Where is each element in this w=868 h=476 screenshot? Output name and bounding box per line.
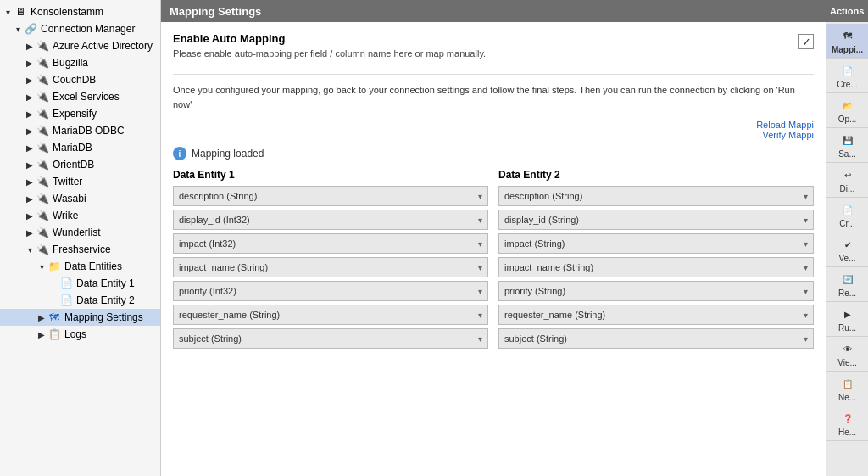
sidebar-item-wasabi[interactable]: ▶ 🔌 Wasabi [0,190,160,207]
action-label: Cr... [839,219,854,228]
sidebar-item-logs[interactable]: ▶ 📋 Logs [0,326,160,343]
field-select-entity1-4[interactable]: priority (Int32)▾ [173,281,488,301]
save-icon: 💾 [839,132,856,148]
action-item-open[interactable]: 📂Op... [826,93,868,128]
sidebar-item-excel[interactable]: ▶ 🔌 Excel Services [0,88,160,105]
action-label: Sa... [838,149,856,159]
sidebar-item-wunderlist[interactable]: ▶ 🔌 Wunderlist [0,224,160,241]
sidebar-item-orientdb[interactable]: ▶ 🔌 OrientDB [0,156,160,173]
map-icon: 🗺 [47,311,61,324]
sidebar-item-mapping-settings[interactable]: ▶ 🗺 Mapping Settings [0,309,160,326]
auto-mapping-section: Enable Auto Mapping Please enable auto-m… [173,32,814,64]
fields-col1: description (String)▾display_id (Int32)▾… [173,186,488,349]
action-label: Mappi... [832,45,863,54]
expander-icon: ▶ [24,76,36,85]
action-item-run[interactable]: ▶Ru... [826,302,868,337]
field-select-entity2-5[interactable]: requester_name (String)▾ [498,305,814,325]
expander-icon: ▾ [36,262,47,272]
sidebar-label: Freshservice [53,244,111,255]
chevron-down-icon: ▾ [478,311,482,320]
field-select-entity2-0[interactable]: description (String)▾ [498,186,814,206]
sidebar-item-data-entity-1[interactable]: ▶ 📄 Data Entity 1 [0,275,160,292]
title-bar: Mapping Settings [161,0,826,22]
sidebar-item-azure[interactable]: ▶ 🔌 Azure Active Directory [0,37,160,54]
chevron-down-icon: ▾ [804,216,808,225]
sidebar-label: CouchDB [53,74,96,86]
sidebar-item-twitter[interactable]: ▶ 🔌 Twitter [0,173,160,190]
sidebar-label: Data Entity 1 [76,277,135,289]
sidebar-item-connection-manager[interactable]: ▾ 🔗 Connection Manager [0,20,160,37]
fields-col2: description (String)▾display_id (String)… [498,186,814,349]
auto-mapping-header: Enable Auto Mapping [173,32,798,45]
field-select-entity2-1[interactable]: display_id (String)▾ [498,210,814,230]
action-label: Re... [838,288,856,298]
sidebar-item-bugzilla[interactable]: ▶ 🔌 Bugzilla [0,54,160,71]
field-row: requester_name (String)▾ [498,305,814,325]
action-item-save[interactable]: 💾Sa... [826,128,868,163]
field-select-entity1-0[interactable]: description (String)▾ [173,186,488,206]
chevron-down-icon: ▾ [478,239,482,249]
mapping-loaded-row: i Mapping loaded [173,147,814,160]
expander-icon: ▶ [24,126,36,136]
auto-mapping-checkbox[interactable]: ✓ [798,34,814,49]
action-item-new[interactable]: 📋Ne... [826,372,868,406]
field-select-entity1-3[interactable]: impact_name (String)▾ [173,257,488,277]
field-row: impact_name (String)▾ [498,257,814,277]
auto-mapping-description: Please enable auto-mapping per field / c… [173,48,798,59]
mapping-loaded-label: Mapping loaded [192,148,264,160]
action-item-verify[interactable]: ✔Ve... [826,232,868,267]
action-label: Ve... [838,254,855,263]
field-select-entity1-2[interactable]: impact (Int32)▾ [173,233,488,254]
expander-icon: ▾ [24,245,36,255]
action-label: Di... [840,184,855,193]
plugin-icon: 🔌 [36,107,49,120]
sidebar: ▾ 🖥 Konsolenstamm ▾ 🔗 Connection Manager… [0,0,161,476]
verify-link[interactable]: Verify Mappi [762,130,814,140]
expander-icon: ▾ [12,25,24,34]
field-select-entity1-1[interactable]: display_id (Int32)▾ [173,210,488,230]
reload-link[interactable]: Reload Mappi [756,120,814,130]
plugin-icon: 🔌 [36,209,49,222]
field-select-entity2-2[interactable]: impact (String)▾ [498,233,814,254]
action-item-mapping[interactable]: 🗺Mappi... [826,24,868,59]
field-row: subject (String)▾ [173,328,488,349]
sidebar-item-data-entities[interactable]: ▾ 📁 Data Entities [0,258,160,275]
info-text-content: Once you configured your mapping, go bac… [173,85,795,109]
action-item-create2[interactable]: 📄Cr... [826,198,868,232]
entity1-header: Data Entity 1 [173,169,488,181]
expander-icon: ▶ [24,211,36,221]
sidebar-item-freshservice[interactable]: ▾ 🔌 Freshservice [0,241,160,258]
sidebar-label: Excel Services [53,91,120,103]
expander-icon: ▶ [24,92,36,102]
action-item-help[interactable]: ❓He... [826,406,868,441]
action-item-create[interactable]: 📄Cre... [826,59,868,93]
sidebar-item-mariadb-odbc[interactable]: ▶ 🔌 MariaDB ODBC [0,122,160,139]
action-item-reload[interactable]: 🔄Re... [826,267,868,302]
action-item-view[interactable]: 👁Vie... [826,337,868,372]
main-content: Enable Auto Mapping Please enable auto-m… [161,22,826,476]
field-select-entity1-6[interactable]: subject (String)▾ [173,328,488,349]
sidebar-item-expensify[interactable]: ▶ 🔌 Expensify [0,105,160,122]
plugin-icon: 🔌 [36,56,49,70]
computer-icon: 🖥 [14,5,27,19]
sidebar-item-mariadb[interactable]: ▶ 🔌 MariaDB [0,139,160,156]
field-select-entity1-5[interactable]: requester_name (String)▾ [173,305,488,325]
sidebar-item-wrike[interactable]: ▶ 🔌 Wrike [0,207,160,224]
sidebar-item-couchdb[interactable]: ▶ 🔌 CouchDB [0,71,160,88]
chevron-down-icon: ▾ [478,263,482,272]
expander-icon: ▶ [36,313,47,322]
create-icon: 📄 [839,62,856,79]
field-select-entity2-3[interactable]: impact_name (String)▾ [498,257,814,277]
sidebar-root-item[interactable]: ▾ 🖥 Konsolenstamm [0,3,160,20]
plugin-icon: 🔌 [36,243,49,256]
chevron-down-icon: ▾ [478,334,482,344]
info-section: Once you configured your mapping, go bac… [173,83,814,111]
reload-icon: 🔄 [839,271,856,288]
create2-icon: 📄 [839,201,856,218]
action-item-discard[interactable]: ↩Di... [826,163,868,198]
view-icon: 👁 [839,340,856,357]
field-select-entity2-6[interactable]: subject (String)▾ [498,328,814,349]
sidebar-item-data-entity-2[interactable]: ▶ 📄 Data Entity 2 [0,292,160,309]
chevron-down-icon: ▾ [804,192,808,201]
field-select-entity2-4[interactable]: priority (String)▾ [498,281,814,301]
